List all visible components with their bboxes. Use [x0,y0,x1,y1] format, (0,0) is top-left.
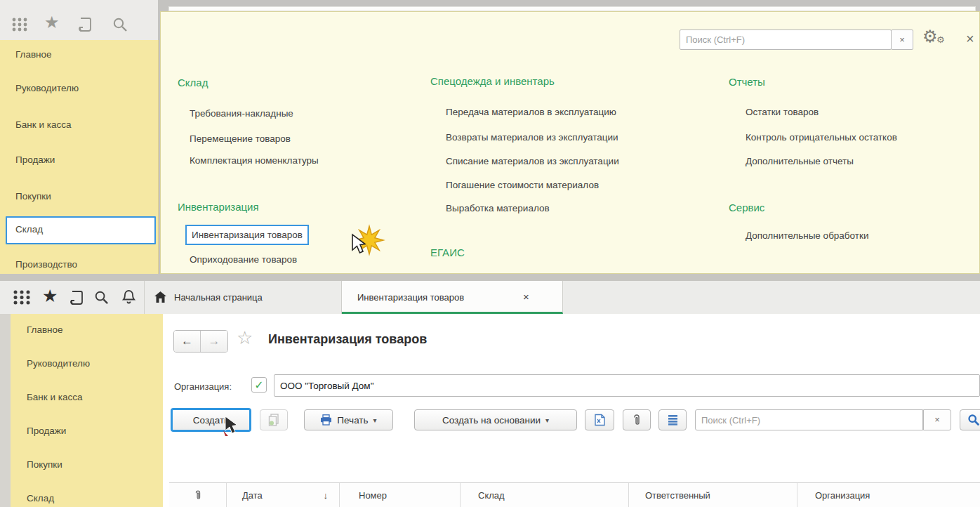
sidebar-item-sales[interactable]: Продажи [15,154,55,165]
tab-label: Начальная страница [174,281,263,314]
inventory-list-window: ★ Начальная страница [0,274,980,507]
column-header-attachments [169,483,227,507]
page-title: Инвентаризация товаров [268,332,427,347]
group-header-service: Сервис [729,202,764,213]
column-header-organization[interactable]: Организация [797,483,980,507]
load-file-button[interactable] [585,409,614,430]
close-icon: × [523,291,529,303]
column-label: Дата [242,490,263,501]
menu-item-cost-repayment[interactable]: Погашение стоимости материалов [446,180,599,190]
grid-menu-icon [13,289,32,305]
back-button[interactable]: ← [174,331,201,352]
organization-label: Организация: [174,381,232,392]
sidebar-item-bank-cash[interactable]: Банк и касса [15,119,72,130]
menu-item-stock-assembly[interactable]: Комплектация номенклатуры [190,155,319,166]
history-button[interactable] [69,289,86,309]
main-menu-button[interactable] [13,289,32,308]
bottom-sidebar: Главное Руководителю Банк и касса Продаж… [11,314,164,507]
menu-item-requisition-invoices[interactable]: Требования-накладные [190,108,293,119]
history-icon [69,289,86,306]
menu-item-materials-transfer[interactable]: Передача материалов в эксплуатацию [446,107,616,117]
copy-button[interactable] [260,409,288,430]
tab-close-button[interactable]: × [523,291,529,303]
menu-item-goods-inventory-highlighted[interactable]: Инвентаризация товаров [185,225,309,245]
bell-icon [121,289,137,305]
top-toolbar: ★ [0,0,158,41]
tab-home-page[interactable]: Начальная страница [144,281,342,314]
paperclip-icon [194,489,202,501]
group-header-workwear: Спецодежда и инвентарь [430,75,555,87]
create-based-on-button[interactable]: Создать на основании ▾ [414,409,577,430]
menu-item-additional-reports[interactable]: Дополнительные отчеты [746,156,854,166]
copy-icon [268,414,280,426]
grid-menu-icon [11,17,29,32]
dropdown-caret-icon: ▾ [373,416,377,424]
panel-settings-button[interactable]: ⚙⚙ [922,27,938,46]
print-button[interactable]: Печать ▾ [304,409,393,430]
sidebar-item-production[interactable]: Производство [15,259,77,270]
list-settings-button[interactable] [658,409,687,430]
global-search-button[interactable] [112,17,128,36]
star-icon: ★ [44,13,60,32]
add-to-favorites-button[interactable]: ☆ [237,327,253,349]
history-button[interactable] [77,16,94,36]
sidebar-item-bank-cash[interactable]: Банк и касса [27,392,83,402]
small-gear-icon: ⚙ [936,34,945,45]
panel-search-input[interactable] [680,29,892,50]
panel-search-clear-button[interactable]: × [891,29,913,50]
sidebar-item-manager[interactable]: Руководителю [15,83,79,93]
group-header-inventory: Инвентаризация [178,201,259,213]
list-icon [668,414,678,426]
find-button[interactable] [960,409,980,430]
home-icon [154,291,167,303]
notifications-button[interactable] [121,289,137,308]
sidebar-item-warehouse[interactable]: Склад [27,493,54,503]
sidebar-item-manager[interactable]: Руководителю [27,358,90,369]
main-menu-button[interactable] [11,17,29,35]
star-icon: ★ [42,286,58,305]
column-label: Склад [478,490,505,501]
column-header-warehouse[interactable]: Склад [461,483,629,507]
menu-item-materials-writeoff[interactable]: Списание материалов из эксплуатации [446,156,619,166]
global-search-button[interactable] [94,290,110,308]
menu-item-goods-movement[interactable]: Перемещение товаров [190,133,291,144]
background-tab-strip [168,6,976,11]
sidebar-item-main[interactable]: Главное [27,324,63,335]
sidebar-item-main[interactable]: Главное [15,49,52,60]
panel-close-button[interactable]: × [966,31,974,47]
organization-input[interactable] [274,374,980,397]
menu-item-materials-return[interactable]: Возвраты материалов из эксплуатации [446,132,618,143]
group-header-reports: Отчеты [729,76,765,88]
column-header-date[interactable]: Дата ↓ [227,483,340,507]
attachments-button[interactable] [623,409,651,430]
menu-item-goods-balance[interactable]: Остатки товаров [746,107,819,117]
column-label: Организация [815,490,870,501]
list-search-clear-button[interactable]: × [923,409,951,430]
organization-filter-checkbox[interactable]: ✓ [251,377,267,393]
favorites-button[interactable]: ★ [42,286,58,306]
menu-item-negative-balance-control[interactable]: Контроль отрицательных остатков [746,132,897,143]
column-header-responsible[interactable]: Ответственный [629,483,797,507]
favorites-button[interactable]: ★ [44,13,60,32]
list-form-content: ← → ☆ Инвентаризация товаров Организация… [163,314,980,507]
forward-button[interactable]: → [201,331,227,352]
sidebar-item-sales[interactable]: Продажи [27,426,66,436]
sidebar-item-purchases[interactable]: Покупки [15,191,51,202]
click-starburst-cursor [347,223,392,265]
section-menu-window: ★ Главное Руководителю Банк и касса Прод… [0,0,980,274]
sidebar-item-warehouse-selected[interactable]: Склад [15,224,43,235]
list-search-input[interactable] [695,409,923,430]
left-gutter [0,314,11,507]
column-label: Номер [359,490,387,501]
menu-item-goods-posting[interactable]: Оприходование товаров [190,254,297,265]
column-header-number[interactable]: Номер [340,483,461,507]
menu-item-additional-processing[interactable]: Дополнительные обработки [746,230,868,241]
search-icon [967,414,980,426]
menu-item-materials-output[interactable]: Выработка материалов [446,203,550,213]
sidebar-item-purchases[interactable]: Покупки [27,459,62,470]
history-icon [77,16,94,33]
nav-button-group: ← → [173,330,228,353]
table-header-row: Дата ↓ Номер Склад Ответственный Организ… [169,482,980,507]
tab-goods-inventory-active[interactable]: Инвентаризация товаров × [342,281,563,314]
column-label: Ответственный [645,490,710,501]
